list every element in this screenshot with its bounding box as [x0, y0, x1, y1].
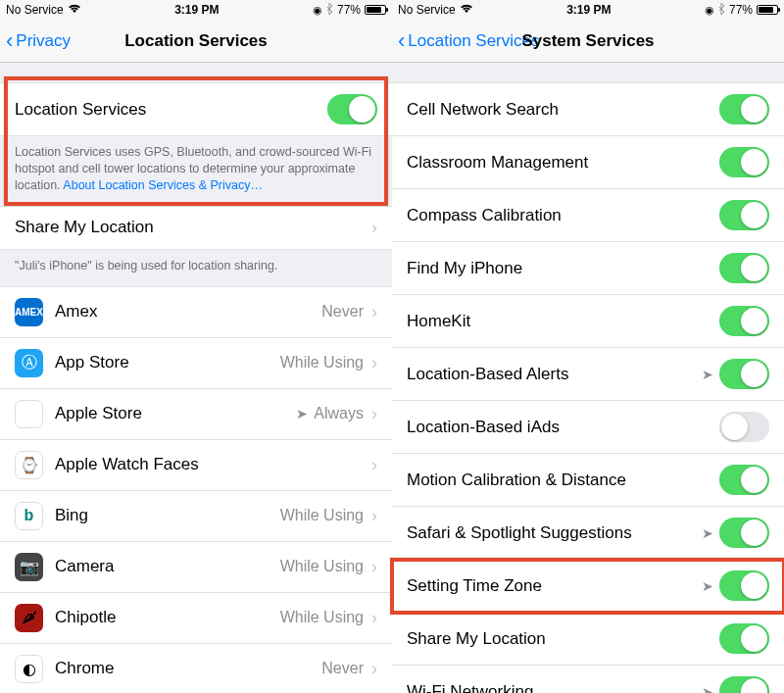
service-toggle[interactable]: [719, 306, 769, 336]
system-service-cell[interactable]: Share My Location: [392, 613, 784, 666]
screen-location-services: No Service 3:19 PM ◉ 77% ‹ Privacy Locat…: [0, 0, 392, 693]
service-name: Location-Based iAds: [407, 418, 719, 437]
system-services-list[interactable]: Cell Network Search Classroom Management…: [392, 63, 784, 693]
back-label: Privacy: [16, 31, 71, 51]
system-service-cell[interactable]: HomeKit: [392, 295, 784, 348]
wifi-icon: [68, 4, 81, 16]
app-cell[interactable]: ◐ Chrome Never ›: [0, 644, 392, 694]
location-arrow-icon: ◉: [705, 4, 714, 17]
app-icon: 📷: [15, 553, 43, 581]
nav-bar: ‹ Location Services System Services: [392, 20, 784, 63]
status-bar: No Service 3:19 PM ◉ 77%: [0, 0, 392, 20]
service-toggle[interactable]: [719, 359, 769, 389]
nav-bar: ‹ Privacy Location Services: [0, 20, 392, 63]
bluetooth-icon: [326, 3, 333, 17]
app-icon: ⌚: [15, 451, 43, 479]
service-toggle[interactable]: [719, 570, 769, 601]
clock: 3:19 PM: [566, 3, 611, 17]
app-status: Always: [314, 405, 364, 422]
bluetooth-icon: [718, 3, 725, 17]
app-cell[interactable]: b Bing While Using ›: [0, 491, 392, 542]
service-toggle[interactable]: [719, 412, 769, 442]
battery-label: 77%: [337, 3, 361, 17]
service-name: Location-Based Alerts: [407, 365, 698, 384]
chevron-right-icon: ›: [371, 404, 377, 424]
chevron-right-icon: ›: [371, 302, 377, 322]
chevron-right-icon: ›: [371, 455, 377, 475]
service-name: Compass Calibration: [407, 206, 719, 225]
app-name: Chipotle: [55, 608, 274, 627]
app-cell[interactable]: Apple Store ➤ Always ›: [0, 389, 392, 440]
settings-list[interactable]: Location Services Location Services uses…: [0, 63, 392, 693]
back-button[interactable]: ‹ Privacy: [6, 30, 71, 52]
app-icon: [15, 400, 43, 428]
service-toggle[interactable]: [719, 94, 769, 124]
service-toggle[interactable]: [719, 623, 769, 654]
system-service-cell[interactable]: Find My iPhone: [392, 242, 784, 295]
app-name: Bing: [55, 506, 274, 525]
app-cell[interactable]: ⌚ Apple Watch Faces ›: [0, 440, 392, 491]
location-arrow-icon: ➤: [702, 525, 713, 541]
app-icon: 🌶: [15, 604, 43, 632]
location-arrow-icon: ➤: [296, 406, 308, 421]
wifi-icon: [460, 4, 473, 16]
back-label: Location Services: [408, 31, 539, 51]
app-icon: b: [15, 502, 43, 530]
app-name: App Store: [55, 353, 274, 372]
service-name: Share My Location: [407, 629, 719, 649]
system-service-cell[interactable]: Compass Calibration: [392, 189, 784, 242]
app-name: Apple Watch Faces: [55, 455, 358, 474]
service-name: Motion Calibration & Distance: [407, 470, 719, 490]
chevron-right-icon: ›: [371, 659, 377, 679]
location-arrow-icon: ➤: [702, 367, 713, 382]
chevron-left-icon: ‹: [398, 30, 405, 52]
service-name: Wi-Fi Networking: [407, 682, 698, 694]
location-services-toggle-cell[interactable]: Location Services: [0, 82, 392, 136]
app-status: Never: [321, 660, 364, 677]
system-service-cell[interactable]: Classroom Management: [392, 136, 784, 189]
battery-icon: [757, 5, 778, 15]
service-toggle[interactable]: [719, 518, 769, 548]
app-name: Apple Store: [55, 404, 292, 423]
service-toggle[interactable]: [719, 200, 769, 230]
screen-system-services: No Service 3:19 PM ◉ 77% ‹ Location Serv…: [392, 0, 784, 693]
app-status: While Using: [280, 609, 364, 626]
app-icon: Ⓐ: [15, 349, 43, 377]
service-name: Cell Network Search: [407, 100, 719, 120]
carrier-label: No Service: [398, 3, 456, 17]
chevron-right-icon: ›: [371, 218, 377, 238]
app-cell[interactable]: AMEX Amex Never ›: [0, 286, 392, 338]
app-status: While Using: [280, 558, 364, 575]
service-toggle[interactable]: [719, 676, 769, 693]
back-button[interactable]: ‹ Location Services: [398, 30, 540, 52]
system-service-cell[interactable]: Location-Based Alerts ➤: [392, 348, 784, 401]
location-arrow-icon: ◉: [313, 4, 322, 17]
share-my-location-cell[interactable]: Share My Location ›: [0, 206, 392, 250]
service-toggle[interactable]: [719, 253, 769, 283]
system-service-cell[interactable]: Setting Time Zone ➤: [392, 560, 784, 613]
system-service-cell[interactable]: Cell Network Search: [392, 82, 784, 136]
app-cell[interactable]: Ⓐ App Store While Using ›: [0, 338, 392, 389]
location-arrow-icon: ➤: [702, 684, 713, 694]
system-service-cell[interactable]: Safari & Spotlight Suggestions ➤: [392, 507, 784, 560]
chevron-right-icon: ›: [371, 506, 377, 526]
chevron-right-icon: ›: [371, 557, 377, 577]
battery-label: 77%: [729, 3, 753, 17]
cell-label: Share My Location: [15, 218, 364, 237]
app-cell[interactable]: 🌶 Chipotle While Using ›: [0, 593, 392, 644]
service-name: Setting Time Zone: [407, 576, 698, 596]
status-bar: No Service 3:19 PM ◉ 77%: [392, 0, 784, 20]
service-toggle[interactable]: [719, 147, 769, 177]
system-service-cell[interactable]: Motion Calibration & Distance: [392, 454, 784, 507]
app-cell[interactable]: 📷 Camera While Using ›: [0, 542, 392, 593]
system-service-cell[interactable]: Wi-Fi Networking ➤: [392, 666, 784, 693]
app-name: Chrome: [55, 659, 316, 678]
app-icon: ◐: [15, 655, 43, 683]
service-toggle[interactable]: [719, 465, 769, 495]
system-service-cell[interactable]: Location-Based iAds: [392, 401, 784, 454]
app-name: Amex: [55, 302, 316, 322]
about-location-privacy-link[interactable]: About Location Services & Privacy…: [63, 178, 263, 192]
carrier-label: No Service: [6, 3, 64, 17]
location-services-toggle[interactable]: [327, 94, 377, 124]
location-services-footer: Location Services uses GPS, Bluetooth, a…: [0, 136, 392, 206]
